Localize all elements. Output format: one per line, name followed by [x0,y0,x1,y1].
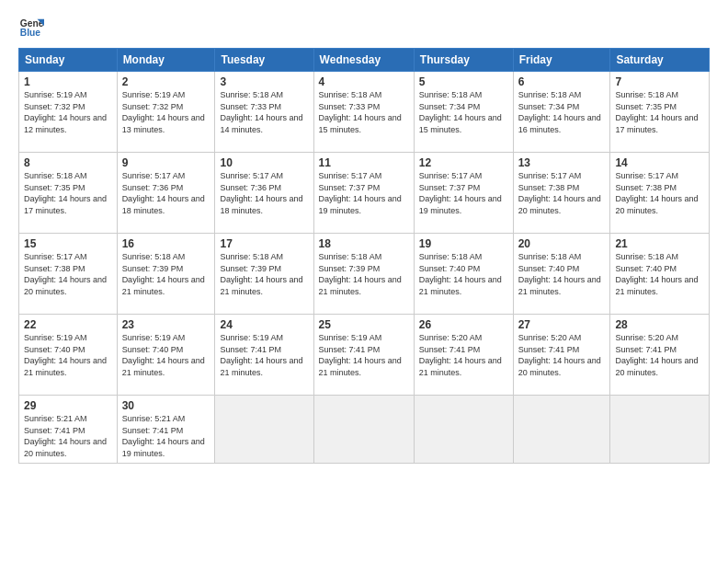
day-info: Sunrise: 5:21 AMSunset: 7:41 PMDaylight:… [122,414,205,458]
day-number: 20 [518,237,606,250]
calendar-day: 6 Sunrise: 5:18 AMSunset: 7:34 PMDayligh… [513,72,610,153]
calendar-day: 30 Sunrise: 5:21 AMSunset: 7:41 PMDaylig… [117,396,215,464]
day-number: 21 [615,237,704,250]
day-info: Sunrise: 5:17 AMSunset: 7:37 PMDaylight:… [419,171,502,215]
calendar-week-row: 1 Sunrise: 5:19 AMSunset: 7:32 PMDayligh… [19,72,710,153]
calendar-week-row: 29 Sunrise: 5:21 AMSunset: 7:41 PMDaylig… [19,396,710,464]
weekday-header: Wednesday [313,49,414,72]
calendar-day [414,396,513,464]
calendar-day [313,396,414,464]
day-info: Sunrise: 5:18 AMSunset: 7:33 PMDaylight:… [319,90,402,134]
calendar-day: 27 Sunrise: 5:20 AMSunset: 7:41 PMDaylig… [513,315,610,396]
day-number: 27 [518,318,606,331]
day-number: 30 [122,399,210,412]
day-info: Sunrise: 5:19 AMSunset: 7:32 PMDaylight:… [122,90,205,134]
calendar-day: 4 Sunrise: 5:18 AMSunset: 7:33 PMDayligh… [313,72,414,153]
calendar-day: 2 Sunrise: 5:19 AMSunset: 7:32 PMDayligh… [117,72,215,153]
header: General Blue [18,15,710,40]
calendar-day: 14 Sunrise: 5:17 AMSunset: 7:38 PMDaylig… [610,153,710,234]
day-info: Sunrise: 5:19 AMSunset: 7:41 PMDaylight:… [319,333,402,377]
calendar-day: 23 Sunrise: 5:19 AMSunset: 7:40 PMDaylig… [117,315,215,396]
day-number: 22 [24,318,112,331]
calendar-day: 17 Sunrise: 5:18 AMSunset: 7:39 PMDaylig… [215,234,313,315]
day-info: Sunrise: 5:18 AMSunset: 7:39 PMDaylight:… [319,252,402,296]
day-info: Sunrise: 5:17 AMSunset: 7:38 PMDaylight:… [615,171,698,215]
weekday-header: Saturday [610,49,710,72]
calendar-day [610,396,710,464]
day-number: 26 [419,318,508,331]
day-info: Sunrise: 5:19 AMSunset: 7:41 PMDaylight:… [220,333,302,377]
day-info: Sunrise: 5:19 AMSunset: 7:32 PMDaylight:… [24,90,107,134]
day-number: 23 [122,318,210,331]
day-number: 16 [122,237,210,250]
day-number: 1 [24,75,112,88]
page: General Blue SundayMondayTuesdayWednesda… [0,0,728,563]
day-info: Sunrise: 5:18 AMSunset: 7:35 PMDaylight:… [24,171,107,215]
day-info: Sunrise: 5:20 AMSunset: 7:41 PMDaylight:… [518,333,601,377]
day-number: 25 [319,318,409,331]
day-info: Sunrise: 5:18 AMSunset: 7:34 PMDaylight:… [419,90,502,134]
calendar-day: 3 Sunrise: 5:18 AMSunset: 7:33 PMDayligh… [215,72,313,153]
calendar-day: 20 Sunrise: 5:18 AMSunset: 7:40 PMDaylig… [513,234,610,315]
calendar-day: 12 Sunrise: 5:17 AMSunset: 7:37 PMDaylig… [414,153,513,234]
weekday-header: Sunday [19,49,118,72]
calendar-day: 5 Sunrise: 5:18 AMSunset: 7:34 PMDayligh… [414,72,513,153]
day-info: Sunrise: 5:18 AMSunset: 7:34 PMDaylight:… [518,90,601,134]
calendar-day [513,396,610,464]
calendar-day: 1 Sunrise: 5:19 AMSunset: 7:32 PMDayligh… [19,72,118,153]
calendar-day: 22 Sunrise: 5:19 AMSunset: 7:40 PMDaylig… [19,315,118,396]
day-number: 6 [518,75,606,88]
day-number: 11 [319,156,409,169]
day-number: 10 [220,156,308,169]
day-number: 18 [319,237,409,250]
day-number: 2 [122,75,210,88]
day-info: Sunrise: 5:18 AMSunset: 7:35 PMDaylight:… [615,90,698,134]
calendar-day: 19 Sunrise: 5:18 AMSunset: 7:40 PMDaylig… [414,234,513,315]
calendar-day: 25 Sunrise: 5:19 AMSunset: 7:41 PMDaylig… [313,315,414,396]
day-info: Sunrise: 5:18 AMSunset: 7:39 PMDaylight:… [122,252,205,296]
calendar-day: 10 Sunrise: 5:17 AMSunset: 7:36 PMDaylig… [215,153,313,234]
calendar-day [215,396,313,464]
day-number: 14 [615,156,704,169]
day-info: Sunrise: 5:17 AMSunset: 7:36 PMDaylight:… [220,171,302,215]
day-number: 3 [220,75,308,88]
day-info: Sunrise: 5:19 AMSunset: 7:40 PMDaylight:… [24,333,107,377]
calendar-day: 8 Sunrise: 5:18 AMSunset: 7:35 PMDayligh… [19,153,118,234]
weekday-header: Thursday [414,49,513,72]
day-number: 8 [24,156,112,169]
day-info: Sunrise: 5:18 AMSunset: 7:40 PMDaylight:… [518,252,601,296]
day-info: Sunrise: 5:17 AMSunset: 7:38 PMDaylight:… [518,171,601,215]
calendar: SundayMondayTuesdayWednesdayThursdayFrid… [18,48,710,464]
day-number: 9 [122,156,210,169]
day-info: Sunrise: 5:17 AMSunset: 7:37 PMDaylight:… [319,171,402,215]
calendar-day: 16 Sunrise: 5:18 AMSunset: 7:39 PMDaylig… [117,234,215,315]
logo: General Blue [18,15,48,40]
day-info: Sunrise: 5:18 AMSunset: 7:39 PMDaylight:… [220,252,302,296]
calendar-day: 7 Sunrise: 5:18 AMSunset: 7:35 PMDayligh… [610,72,710,153]
day-info: Sunrise: 5:20 AMSunset: 7:41 PMDaylight:… [419,333,502,377]
day-info: Sunrise: 5:17 AMSunset: 7:36 PMDaylight:… [122,171,205,215]
day-info: Sunrise: 5:21 AMSunset: 7:41 PMDaylight:… [24,414,107,458]
day-info: Sunrise: 5:18 AMSunset: 7:40 PMDaylight:… [615,252,698,296]
weekday-header: Tuesday [215,49,313,72]
calendar-day: 28 Sunrise: 5:20 AMSunset: 7:41 PMDaylig… [610,315,710,396]
weekday-header: Monday [117,49,215,72]
calendar-day: 24 Sunrise: 5:19 AMSunset: 7:41 PMDaylig… [215,315,313,396]
weekday-header-row: SundayMondayTuesdayWednesdayThursdayFrid… [19,49,710,72]
weekday-header: Friday [513,49,610,72]
day-info: Sunrise: 5:19 AMSunset: 7:40 PMDaylight:… [122,333,205,377]
day-number: 28 [615,318,704,331]
calendar-day: 26 Sunrise: 5:20 AMSunset: 7:41 PMDaylig… [414,315,513,396]
calendar-week-row: 8 Sunrise: 5:18 AMSunset: 7:35 PMDayligh… [19,153,710,234]
day-number: 17 [220,237,308,250]
day-number: 4 [319,75,409,88]
day-number: 13 [518,156,606,169]
day-number: 29 [24,399,112,412]
calendar-day: 21 Sunrise: 5:18 AMSunset: 7:40 PMDaylig… [610,234,710,315]
day-number: 7 [615,75,704,88]
day-info: Sunrise: 5:17 AMSunset: 7:38 PMDaylight:… [24,252,107,296]
calendar-week-row: 22 Sunrise: 5:19 AMSunset: 7:40 PMDaylig… [19,315,710,396]
calendar-day: 11 Sunrise: 5:17 AMSunset: 7:37 PMDaylig… [313,153,414,234]
day-info: Sunrise: 5:20 AMSunset: 7:41 PMDaylight:… [615,333,698,377]
calendar-day: 9 Sunrise: 5:17 AMSunset: 7:36 PMDayligh… [117,153,215,234]
